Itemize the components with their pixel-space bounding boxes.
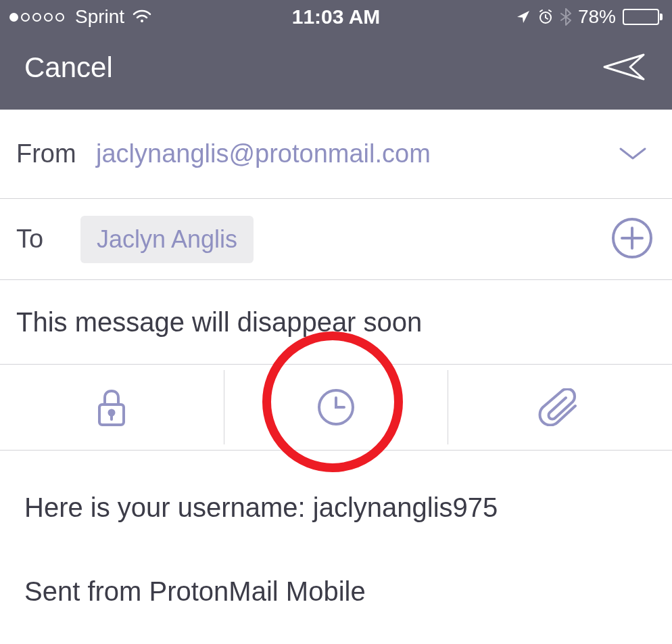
location-icon xyxy=(516,9,531,24)
status-bar: Sprint 11:03 AM 78% xyxy=(0,0,672,34)
lock-icon xyxy=(95,387,128,428)
body-line-1: Here is your username: jaclynanglis975 xyxy=(24,488,648,526)
send-icon xyxy=(602,49,648,85)
signal-strength-icon xyxy=(9,13,64,22)
message-body[interactable]: Here is your username: jaclynanglis975 S… xyxy=(0,451,672,644)
add-recipient-button[interactable] xyxy=(611,217,653,261)
from-field-row[interactable]: From jaclynanglis@protonmail.com xyxy=(0,110,672,199)
status-right: 78% xyxy=(516,6,663,28)
wifi-icon xyxy=(131,9,153,25)
expiration-button[interactable] xyxy=(224,365,448,450)
attachment-button[interactable] xyxy=(448,365,672,450)
send-button[interactable] xyxy=(602,49,648,87)
subject-field-row[interactable]: This message will disappear soon xyxy=(0,280,672,364)
body-line-2: Sent from ProtonMail Mobile xyxy=(24,572,648,610)
battery-percentage: 78% xyxy=(578,6,616,28)
from-label: From xyxy=(16,139,84,168)
carrier-label: Sprint xyxy=(75,6,124,28)
to-field-row[interactable]: To Jaclyn Anglis xyxy=(0,199,672,280)
alarm-icon xyxy=(537,9,554,25)
bluetooth-icon xyxy=(560,8,571,26)
compose-toolbar xyxy=(0,364,672,451)
from-email-value: jaclynanglis@protonmail.com xyxy=(96,139,431,168)
paperclip-icon xyxy=(537,388,583,426)
encryption-button[interactable] xyxy=(0,365,224,450)
status-time: 11:03 AM xyxy=(292,5,381,28)
to-label: To xyxy=(16,225,80,254)
cancel-button[interactable]: Cancel xyxy=(24,51,113,84)
subject-input[interactable]: This message will disappear soon xyxy=(16,307,422,338)
battery-icon xyxy=(623,9,663,25)
expand-from-button[interactable] xyxy=(618,145,648,163)
chevron-down-icon xyxy=(618,145,648,161)
recipient-chip[interactable]: Jaclyn Anglis xyxy=(80,216,254,263)
nav-bar: Cancel xyxy=(0,34,672,110)
clock-icon xyxy=(316,388,356,427)
status-left: Sprint xyxy=(9,6,153,28)
plus-circle-icon xyxy=(611,217,653,259)
